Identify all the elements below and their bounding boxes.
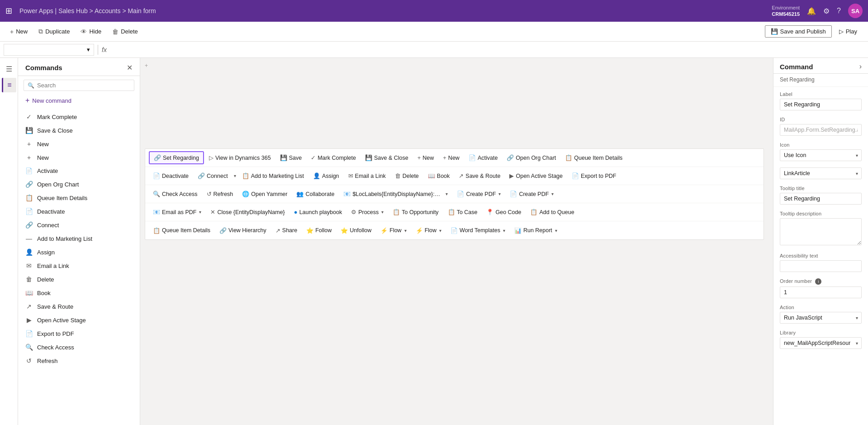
ribbon-check-access[interactable]: 🔍 Check Access bbox=[149, 188, 202, 200]
ribbon-add-marketing[interactable]: 📋 Add to Marketing List bbox=[238, 170, 308, 181]
tooltip-desc-textarea[interactable] bbox=[780, 218, 862, 245]
new-button[interactable]: + New bbox=[5, 26, 32, 38]
new-command-button[interactable]: + New command bbox=[18, 95, 140, 108]
waffle-icon[interactable]: ⊞ bbox=[5, 6, 12, 16]
ribbon-assign-icon: 👤 bbox=[313, 172, 320, 179]
ribbon-view-dynamics[interactable]: ▷ View in Dynamics 365 bbox=[205, 152, 275, 163]
save-publish-button[interactable]: 💾 Save and Publish bbox=[765, 25, 832, 38]
ribbon-assign[interactable]: 👤 Assign bbox=[309, 170, 343, 181]
ribbon-process[interactable]: ⚙ Process bbox=[347, 206, 388, 218]
sidebar-item-assign[interactable]: 👤 Assign bbox=[18, 245, 140, 259]
ribbon-save-route-icon: ↗ bbox=[459, 172, 464, 179]
ribbon-open-yammer[interactable]: 🌐 Open Yammer bbox=[238, 188, 291, 200]
sidebar-item-save-route[interactable]: ↗ Save & Route bbox=[18, 300, 140, 313]
sidebar-item-refresh[interactable]: ↺ Refresh bbox=[18, 354, 140, 368]
ribbon-save[interactable]: 💾 Save bbox=[276, 152, 306, 163]
sidebar-item-export-pdf[interactable]: 📄 Export to PDF bbox=[18, 327, 140, 340]
ribbon-create-pdf-2[interactable]: 📄 Create PDF bbox=[506, 188, 558, 200]
order-info-icon[interactable]: i bbox=[815, 278, 821, 285]
id-input[interactable] bbox=[780, 124, 862, 136]
icon-select[interactable]: Use Icon bbox=[780, 149, 862, 161]
sidebar-item-new-2[interactable]: + New bbox=[18, 151, 140, 164]
ribbon-set-regarding[interactable]: 🔗 Set Regarding bbox=[149, 151, 204, 164]
ribbon-share[interactable]: ↗ Share bbox=[271, 225, 301, 236]
ribbon-open-active-stage[interactable]: ▶ Open Active Stage bbox=[505, 170, 567, 181]
sidebar-item-activate[interactable]: 📄 Activate bbox=[18, 164, 140, 177]
ribbon-create-pdf-1[interactable]: 📄 Create PDF bbox=[453, 188, 505, 200]
connect-dropdown-arrow[interactable]: ▾ bbox=[233, 173, 237, 178]
ribbon-deactivate[interactable]: 📄 Deactivate bbox=[149, 170, 193, 181]
breadcrumb[interactable]: Sales Hub > Accounts > Main form bbox=[58, 7, 156, 14]
sidebar-item-email-link[interactable]: ✉ Email a Link bbox=[18, 259, 140, 272]
ribbon-flow-1[interactable]: ⚡ Flow bbox=[376, 225, 410, 236]
ribbon-book[interactable]: 📖 Book bbox=[424, 170, 454, 181]
order-number-input[interactable] bbox=[780, 287, 862, 298]
rp-close-button[interactable]: › bbox=[859, 62, 862, 71]
sidebar-item-connect[interactable]: 🔗 Connect bbox=[18, 218, 140, 232]
action-select[interactable]: Run JavaScript bbox=[780, 312, 862, 324]
sidebar-item-delete[interactable]: 🗑 Delete bbox=[18, 272, 140, 286]
menu-strip-icon[interactable]: ☰ bbox=[2, 62, 16, 76]
ribbon-email-as-pdf[interactable]: 📧 Email as PDF bbox=[149, 206, 205, 218]
play-button[interactable]: ▷ Play bbox=[834, 26, 863, 37]
ribbon-geo-code[interactable]: 📍 Geo Code bbox=[482, 206, 525, 218]
notification-icon[interactable]: 🔔 bbox=[807, 7, 816, 15]
sidebar-item-save-close[interactable]: 💾 Save & Close bbox=[18, 124, 140, 137]
assign-icon: 👤 bbox=[25, 248, 33, 256]
sidebar-item-deactivate[interactable]: 📄 Deactivate bbox=[18, 205, 140, 218]
sidebar-item-new-1[interactable]: + New bbox=[18, 137, 140, 151]
ribbon-launch-playbook[interactable]: ● Launch playbook bbox=[290, 206, 346, 218]
formula-select[interactable]: ▾ bbox=[4, 44, 94, 56]
ribbon-flow-2[interactable]: ⚡ Flow bbox=[412, 225, 446, 236]
delete-button[interactable]: 🗑 Delete bbox=[108, 26, 142, 38]
library-select[interactable]: new_MailAppScriptResource bbox=[780, 337, 862, 349]
tooltip-desc-field: Tooltip description bbox=[780, 211, 862, 247]
hide-button[interactable]: 👁 Hide bbox=[76, 26, 106, 38]
ribbon-queue-item-details[interactable]: 📋 Queue Item Details bbox=[561, 152, 626, 163]
settings-icon[interactable]: ⚙ bbox=[823, 7, 830, 15]
sidebar-item-open-org-chart[interactable]: 🔗 Open Org Chart bbox=[18, 177, 140, 191]
sidebar-item-add-marketing[interactable]: — Add to Marketing List bbox=[18, 232, 140, 245]
label-input[interactable] bbox=[780, 99, 862, 110]
ribbon-unfollow[interactable]: ⭐ Unfollow bbox=[337, 225, 375, 236]
ribbon-delete[interactable]: 🗑 Delete bbox=[391, 170, 423, 181]
ribbon-new-2[interactable]: + New bbox=[439, 152, 464, 163]
ribbon-follow[interactable]: ⭐ Follow bbox=[302, 225, 336, 236]
link-article-select[interactable]: LinkArticle bbox=[780, 167, 862, 179]
ribbon-email-link[interactable]: ✉ Email a Link bbox=[344, 170, 390, 181]
sidebar-item-book[interactable]: 📖 Book bbox=[18, 286, 140, 300]
ribbon-view-hierarchy[interactable]: 🔗 View Hierarchy bbox=[215, 225, 270, 236]
duplicate-button[interactable]: ⧉ Duplicate bbox=[34, 25, 74, 38]
ribbon-item-label: Refresh bbox=[213, 191, 233, 197]
search-input[interactable] bbox=[37, 82, 130, 89]
ribbon-collaborate[interactable]: 👥 Collaborate bbox=[292, 188, 338, 200]
ribbon-add-to-queue[interactable]: 📋 Add to Queue bbox=[526, 206, 578, 218]
ribbon-activate[interactable]: 📄 Activate bbox=[465, 152, 502, 163]
commands-strip-icon[interactable]: ≡ bbox=[2, 78, 16, 92]
tooltip-title-input[interactable] bbox=[780, 193, 862, 205]
sidebar-item-open-active-stage[interactable]: ▶ Open Active Stage bbox=[18, 313, 140, 327]
sidebar-item-queue-details[interactable]: 📋 Queue Item Details bbox=[18, 191, 140, 205]
ribbon-mark-complete[interactable]: ✓ Mark Complete bbox=[307, 152, 360, 163]
ribbon-to-opportunity[interactable]: 📋 To Opportunity bbox=[389, 206, 442, 218]
ribbon-save-close[interactable]: 💾 Save & Close bbox=[361, 152, 413, 163]
accessibility-input[interactable] bbox=[780, 260, 862, 272]
ribbon-export-pdf[interactable]: 📄 Export to PDF bbox=[568, 170, 621, 181]
ribbon-connect[interactable]: 🔗 Connect bbox=[194, 170, 232, 181]
ribbon-word-templates[interactable]: 📄 Word Templates bbox=[446, 225, 509, 236]
ribbon-refresh[interactable]: ↺ Refresh bbox=[203, 188, 237, 200]
formula-input[interactable] bbox=[110, 44, 864, 56]
avatar[interactable]: SA bbox=[848, 4, 863, 18]
sidebar-close-button[interactable]: ✕ bbox=[127, 63, 133, 72]
ribbon-run-report[interactable]: 📊 Run Report bbox=[510, 225, 561, 236]
ribbon-email-as-pdf-loc[interactable]: 📧 $LocLabels{EntityDisplayName}:Ribbon.F… bbox=[339, 188, 452, 200]
sidebar-item-mark-complete[interactable]: ✓ Mark Complete bbox=[18, 110, 140, 124]
ribbon-save-route[interactable]: ↗ Save & Route bbox=[455, 170, 504, 181]
help-icon[interactable]: ? bbox=[837, 7, 841, 15]
ribbon-to-case[interactable]: 📋 To Case bbox=[444, 206, 482, 218]
sidebar-item-check-access[interactable]: 🔍 Check Access bbox=[18, 340, 140, 354]
ribbon-open-org-chart[interactable]: 🔗 Open Org Chart bbox=[503, 152, 560, 163]
ribbon-close-entity[interactable]: ✕ Close {EntityDisplayName} bbox=[206, 206, 289, 218]
ribbon-queue-item-details-2[interactable]: 📋 Queue Item Details bbox=[149, 225, 214, 236]
ribbon-new-1[interactable]: + New bbox=[413, 152, 438, 163]
